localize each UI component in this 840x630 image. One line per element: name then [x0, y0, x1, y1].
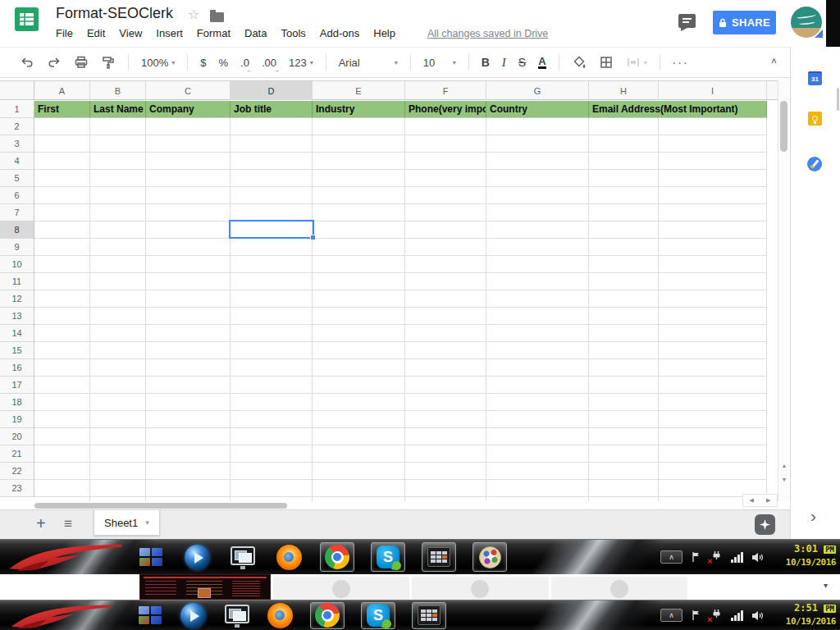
row-header-9[interactable]: 9: [0, 239, 34, 256]
row-header-18[interactable]: 18: [0, 394, 34, 411]
column-header-A[interactable]: A: [34, 81, 90, 100]
horizontal-scroll-thumb[interactable]: [34, 503, 287, 509]
chrome-taskbar-icon[interactable]: [310, 602, 345, 629]
font-family-select[interactable]: Arial▾: [339, 57, 398, 69]
increase-decimals-button[interactable]: .00→: [262, 57, 276, 69]
collapse-toolbar-button[interactable]: ∧: [770, 56, 778, 65]
header-cell-A[interactable]: First: [34, 101, 90, 118]
print-button[interactable]: [74, 55, 89, 70]
spreadsheet-grid[interactable]: FirstLast NameCompanyJob titleIndustryPh…: [34, 101, 767, 501]
menu-file[interactable]: File: [56, 27, 73, 39]
calculator-taskbar-icon[interactable]: [422, 542, 456, 572]
menu-edit[interactable]: Edit: [87, 27, 105, 39]
palette-taskbar-icon[interactable]: [472, 542, 507, 572]
column-header-F[interactable]: F: [405, 81, 486, 100]
row-header-5[interactable]: 5: [0, 170, 34, 187]
row-header-11[interactable]: 11: [0, 273, 34, 290]
menu-tools[interactable]: Tools: [281, 27, 305, 39]
column-header-H[interactable]: H: [589, 81, 659, 100]
header-cell-H[interactable]: Email Address(Most Important): [589, 101, 659, 118]
format-percent-button[interactable]: %: [219, 57, 229, 69]
sidebar-scrollbar[interactable]: [837, 88, 839, 111]
header-cell-E[interactable]: Industry: [313, 101, 405, 118]
row-header-15[interactable]: 15: [0, 342, 34, 359]
contact-card[interactable]: [412, 577, 548, 600]
folder-icon[interactable]: [210, 12, 224, 22]
scroll-left-button[interactable]: ◀: [743, 495, 760, 506]
column-header-C[interactable]: C: [146, 81, 231, 100]
zoom-select[interactable]: 100%▾: [141, 57, 175, 69]
volume-icon[interactable]: [751, 610, 765, 621]
menu-view[interactable]: View: [119, 27, 142, 39]
explore-button[interactable]: [755, 514, 775, 535]
network-disconnected-icon[interactable]: ×: [710, 550, 723, 564]
row-header-21[interactable]: 21: [0, 445, 34, 463]
keep-icon[interactable]: [808, 112, 822, 126]
action-center-flag-icon[interactable]: [691, 551, 701, 563]
menu-insert[interactable]: Insert: [156, 27, 183, 39]
displays-taskbar-icon[interactable]: [228, 542, 258, 572]
more-options-button[interactable]: ···: [673, 56, 689, 69]
share-button[interactable]: SHARE: [713, 11, 776, 34]
firefox-taskbar-icon[interactable]: [267, 602, 294, 629]
row-header-12[interactable]: 12: [0, 290, 34, 308]
bold-button[interactable]: B: [482, 56, 490, 69]
contact-card[interactable]: [551, 577, 687, 600]
row-header-23[interactable]: 23: [0, 480, 34, 497]
scroll-down-button[interactable]: ▼: [778, 473, 790, 486]
row-header-17[interactable]: 17: [0, 377, 34, 394]
start-taskbar-icon[interactable]: [136, 602, 163, 629]
tray-expand-button[interactable]: ∧: [660, 609, 682, 622]
menu-format[interactable]: Format: [197, 27, 231, 39]
vertical-scrollbar[interactable]: ▲ ▼: [778, 80, 789, 501]
scroll-right-button[interactable]: ▶: [760, 495, 778, 506]
redo-button[interactable]: [47, 55, 62, 70]
chrome-taskbar-icon[interactable]: [320, 542, 354, 572]
row-header-7[interactable]: 7: [0, 204, 34, 221]
fill-color-button[interactable]: [572, 55, 587, 70]
merge-cells-button[interactable]: ▾: [626, 55, 647, 70]
row-header-16[interactable]: 16: [0, 359, 34, 377]
saved-status-link[interactable]: All changes saved in Drive: [427, 28, 548, 39]
column-header-B[interactable]: B: [90, 81, 146, 100]
tray-expand-button[interactable]: ∧: [660, 550, 682, 564]
row-header-10[interactable]: 10: [0, 256, 34, 273]
calculator-taskbar-icon[interactable]: [412, 602, 446, 629]
strikethrough-button[interactable]: S: [518, 56, 526, 69]
row-header-20[interactable]: 20: [0, 428, 34, 445]
decrease-decimals-button[interactable]: .0←: [240, 57, 249, 69]
tasks-icon[interactable]: [807, 157, 822, 171]
network-disconnected-icon[interactable]: ×: [710, 608, 723, 623]
paint-format-button[interactable]: [101, 55, 116, 70]
firefox-taskbar-icon[interactable]: [274, 542, 304, 572]
menu-data[interactable]: Data: [244, 27, 267, 39]
text-color-button[interactable]: A: [538, 56, 546, 69]
document-title[interactable]: Format-SEOClerk: [56, 5, 173, 22]
volume-icon[interactable]: [751, 552, 765, 563]
row-header-14[interactable]: 14: [0, 325, 34, 342]
media-player-taskbar-icon[interactable]: [182, 542, 212, 572]
menu-addons[interactable]: Add-ons: [320, 27, 359, 39]
contact-card[interactable]: [273, 577, 409, 600]
row-header-1[interactable]: 1: [0, 101, 34, 118]
add-sheet-button[interactable]: +: [36, 514, 46, 533]
browser-window-thumbnail[interactable]: [139, 574, 271, 600]
row-header-19[interactable]: 19: [0, 411, 34, 428]
header-cell-B[interactable]: Last Name: [90, 101, 146, 118]
italic-button[interactable]: I: [502, 56, 506, 70]
font-size-select[interactable]: 10▾: [423, 57, 456, 69]
column-header-G[interactable]: G: [486, 81, 589, 100]
row-header-13[interactable]: 13: [0, 308, 34, 325]
row-header-6[interactable]: 6: [0, 187, 34, 204]
header-cell-C[interactable]: Company: [146, 101, 231, 118]
signal-strength-icon[interactable]: [731, 552, 743, 563]
horizontal-scrollbar[interactable]: [0, 501, 778, 509]
skype-taskbar-icon[interactable]: S: [371, 542, 405, 572]
comments-icon[interactable]: [678, 14, 696, 28]
format-currency-button[interactable]: $: [200, 57, 206, 69]
all-sheets-button[interactable]: ≡: [64, 516, 72, 532]
header-cell-F[interactable]: Phone(very important): [405, 101, 486, 118]
row-header-3[interactable]: 3: [0, 135, 34, 153]
fill-handle[interactable]: [310, 235, 316, 240]
select-all-corner[interactable]: [0, 80, 34, 100]
